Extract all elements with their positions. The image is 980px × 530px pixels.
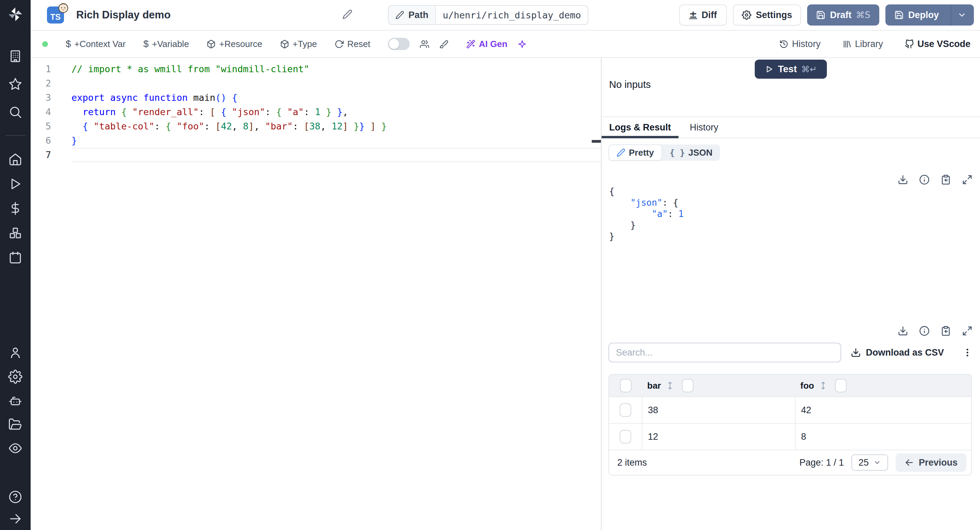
download-icon[interactable] bbox=[898, 326, 908, 336]
code-line[interactable]: 5 { "table-col": { "foo": [42, 8], "bar"… bbox=[30, 119, 601, 134]
column-header-foo: foo bbox=[800, 380, 814, 391]
add-type-button[interactable]: +Type bbox=[280, 39, 317, 49]
sparkles-icon[interactable] bbox=[517, 40, 527, 49]
search-input[interactable] bbox=[608, 343, 841, 362]
favorites-star-icon[interactable] bbox=[7, 76, 24, 92]
deploy-main[interactable]: Deploy bbox=[887, 5, 946, 26]
collaborators-icon[interactable] bbox=[420, 40, 429, 49]
table-menu-kebab-icon[interactable] bbox=[962, 346, 973, 359]
copy-clipboard-icon[interactable] bbox=[940, 174, 951, 185]
add-variable-button[interactable]: $ +Variable bbox=[143, 38, 189, 49]
expand-icon[interactable] bbox=[962, 326, 972, 336]
table-row[interactable]: 38 42 bbox=[609, 396, 971, 423]
preview-panel: Test ⌘↵ No inputs Logs & Result History … bbox=[601, 58, 980, 530]
braces-icon: { } bbox=[670, 148, 685, 158]
select-all-checkbox[interactable] bbox=[620, 379, 632, 393]
save-draft-button[interactable]: Draft ⌘S bbox=[807, 5, 879, 26]
column-checkbox-bar[interactable] bbox=[682, 379, 694, 393]
previous-page-button[interactable]: Previous bbox=[896, 453, 966, 472]
info-icon[interactable] bbox=[919, 326, 930, 336]
edit-summary-pencil-icon[interactable] bbox=[342, 9, 354, 21]
code-editor[interactable]: 1// import * as wmill from "windmill-cli… bbox=[30, 58, 601, 530]
code-line[interactable]: 7 bbox=[30, 148, 601, 162]
row-checkbox[interactable] bbox=[620, 430, 631, 444]
result-actions bbox=[898, 174, 972, 185]
dollar-icon: $ bbox=[66, 38, 71, 49]
sidebar bbox=[0, 0, 30, 530]
collapse-arrow-icon[interactable] bbox=[7, 511, 24, 527]
page-size-select[interactable]: 25 bbox=[851, 454, 888, 471]
runs-play-icon[interactable] bbox=[7, 176, 24, 192]
deploy-dropdown[interactable] bbox=[951, 5, 972, 26]
reset-button[interactable]: Reset bbox=[334, 39, 370, 49]
row-checkbox[interactable] bbox=[620, 403, 631, 417]
wand-icon bbox=[466, 40, 476, 49]
windmill-logo-icon[interactable] bbox=[7, 6, 24, 22]
expand-icon[interactable] bbox=[962, 174, 972, 185]
home-icon[interactable] bbox=[7, 151, 24, 168]
settings-gear-icon[interactable] bbox=[7, 369, 24, 385]
copy-clipboard-icon[interactable] bbox=[940, 326, 951, 336]
table-toolbar: Download as CSV bbox=[608, 343, 973, 362]
items-count: 2 items bbox=[617, 457, 647, 468]
schedules-calendar-icon[interactable] bbox=[7, 249, 24, 266]
download-icon bbox=[851, 347, 861, 358]
download-icon[interactable] bbox=[898, 174, 908, 185]
chevron-down-icon bbox=[957, 10, 967, 20]
status-dot bbox=[42, 41, 48, 47]
library-button[interactable]: Library bbox=[842, 39, 883, 49]
panel-splitter-handle[interactable] bbox=[592, 140, 601, 143]
sort-icon[interactable] bbox=[666, 380, 675, 391]
workers-robot-icon[interactable] bbox=[7, 393, 24, 409]
folders-icon[interactable] bbox=[7, 416, 24, 433]
tab-logs-result[interactable]: Logs & Result bbox=[601, 117, 679, 137]
sort-icon[interactable] bbox=[819, 380, 827, 391]
download-csv-button[interactable]: Download as CSV bbox=[851, 347, 944, 358]
variables-dollar-icon[interactable] bbox=[7, 200, 24, 217]
reset-icon bbox=[334, 40, 344, 49]
code-line[interactable]: 4 return { "render_all": [ { "json": { "… bbox=[30, 105, 601, 119]
deploy-button[interactable]: Deploy bbox=[885, 5, 974, 26]
page-title: Rich Display demo bbox=[76, 9, 170, 21]
sidebar-divider bbox=[5, 135, 25, 136]
help-icon[interactable] bbox=[7, 489, 24, 505]
add-context-var-button[interactable]: $ +Context Var bbox=[66, 38, 126, 49]
column-header-bar: bar bbox=[647, 380, 661, 391]
path-label: Path bbox=[388, 6, 436, 24]
settings-button[interactable]: Settings bbox=[733, 5, 801, 26]
info-icon[interactable] bbox=[919, 174, 930, 185]
test-shortcut: ⌘↵ bbox=[801, 64, 817, 74]
workspace-icon[interactable] bbox=[7, 48, 24, 64]
code-line[interactable]: 2 bbox=[30, 76, 601, 91]
json-toggle[interactable]: { } JSON bbox=[662, 144, 720, 161]
use-vscode-button[interactable]: Use VScode bbox=[905, 39, 970, 49]
ai-gen-button[interactable]: AI Gen bbox=[466, 39, 508, 49]
diff-button[interactable]: ± Diff bbox=[679, 5, 727, 26]
code-line[interactable]: 6} bbox=[30, 134, 601, 148]
multiplayer-toggle[interactable] bbox=[388, 38, 410, 50]
json-line: { bbox=[609, 186, 684, 197]
resources-cubes-icon[interactable] bbox=[7, 225, 24, 241]
history-button[interactable]: History bbox=[779, 39, 821, 49]
test-button[interactable]: Test ⌘↵ bbox=[755, 60, 827, 79]
code-line[interactable]: 3export async function main() { bbox=[30, 91, 601, 105]
code-line[interactable]: 1// import * as wmill from "windmill-cli… bbox=[30, 62, 601, 76]
pencil-icon bbox=[395, 11, 404, 19]
table-row[interactable]: 12 8 bbox=[609, 423, 971, 450]
tab-history[interactable]: History bbox=[679, 117, 730, 137]
code-lines: 1// import * as wmill from "windmill-cli… bbox=[30, 62, 601, 162]
search-icon[interactable] bbox=[7, 104, 24, 120]
package-icon bbox=[280, 40, 289, 49]
table-actions bbox=[898, 326, 972, 336]
gear-icon bbox=[742, 10, 751, 20]
page-indicator: Page: 1 / 1 bbox=[799, 457, 844, 468]
editor-toolbar: $ +Context Var $ +Variable +Resource +Ty… bbox=[30, 31, 980, 58]
add-resource-button[interactable]: +Resource bbox=[207, 39, 262, 49]
format-brush-icon[interactable] bbox=[439, 40, 449, 49]
column-checkbox-foo[interactable] bbox=[835, 379, 846, 393]
table-footer: 2 items Page: 1 / 1 25 Previous bbox=[609, 450, 971, 475]
audit-eye-icon[interactable] bbox=[7, 440, 24, 457]
user-icon[interactable] bbox=[7, 345, 24, 361]
pretty-toggle[interactable]: Pretty bbox=[608, 144, 662, 161]
path-selector[interactable]: Path u/henri/rich_display_demo bbox=[388, 5, 588, 25]
